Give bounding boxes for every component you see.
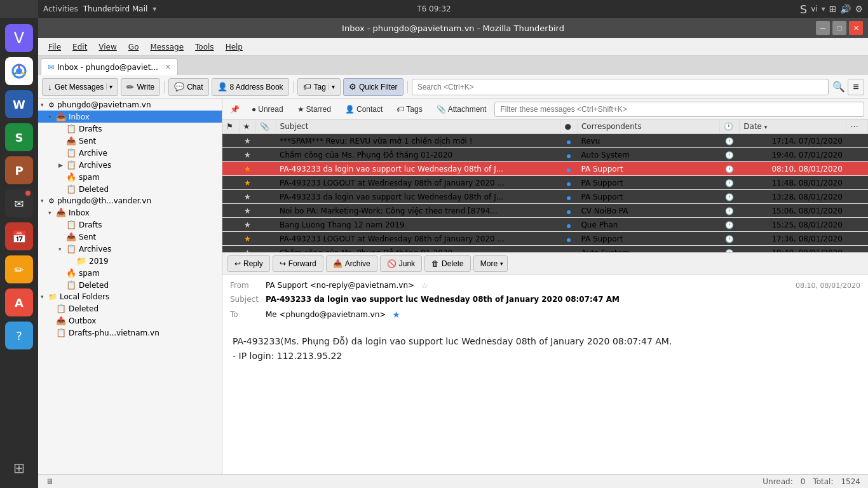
- archive-icon: 📋: [66, 148, 76, 158]
- folder-archive[interactable]: 📋 Archive: [38, 147, 222, 159]
- table-row[interactable]: ★ PA-493233 LOGOUT at Wednesday 08th of …: [222, 176, 868, 190]
- folder-inbox[interactable]: ▾ 📥 Inbox: [38, 111, 222, 123]
- col-read-header[interactable]: ●: [560, 119, 577, 134]
- folder-local-folders[interactable]: ▾ 📁 Local Folders: [38, 291, 222, 302]
- table-row[interactable]: ★ Noi bo PA: Marketing-Work: Công việc t…: [222, 204, 868, 218]
- col-flag-header[interactable]: ⚑: [222, 119, 239, 134]
- folder-drafts-local[interactable]: 📋 Drafts-phu...vietnam.vn: [38, 327, 222, 339]
- folder-deleted1[interactable]: 📋 Deleted: [38, 183, 222, 195]
- junk-button[interactable]: 🚫 Junk: [380, 255, 422, 272]
- col-date-header[interactable]: Date ▾: [740, 119, 846, 134]
- chat-button[interactable]: 💬 Chat: [168, 78, 208, 96]
- attachment-filter-button[interactable]: 📎 Attachment: [431, 102, 492, 117]
- close-button[interactable]: ✕: [849, 21, 863, 35]
- row-star[interactable]: ★: [239, 232, 256, 246]
- maximize-button[interactable]: □: [832, 21, 846, 35]
- to-star[interactable]: ★: [392, 307, 400, 323]
- draw-icon[interactable]: ✏: [5, 255, 33, 283]
- row-star[interactable]: ★: [239, 148, 256, 162]
- folder-drafts[interactable]: 📋 Drafts: [38, 123, 222, 135]
- folder-archives2[interactable]: ▾ 📋 Archives: [38, 243, 222, 255]
- folder-outbox[interactable]: 📤 Outbox: [38, 315, 222, 327]
- row-star[interactable]: ★: [239, 176, 256, 190]
- menu-edit[interactable]: Edit: [67, 41, 92, 53]
- col-attach-header[interactable]: 📎: [256, 119, 276, 134]
- menu-message[interactable]: Message: [145, 41, 189, 53]
- tag-button[interactable]: 🏷 Tag ▾: [297, 78, 341, 96]
- forward-button[interactable]: ↪ Forward: [273, 255, 323, 272]
- chrome-icon[interactable]: [5, 57, 33, 85]
- get-messages-arrow[interactable]: ▾: [106, 83, 112, 90]
- folder-2019[interactable]: 📁 2019: [38, 255, 222, 267]
- row-star[interactable]: ★: [239, 204, 256, 218]
- delete-button[interactable]: 🗑 Delete: [424, 255, 471, 272]
- menu-file[interactable]: File: [43, 41, 66, 53]
- table-row[interactable]: ★ ***SPAM*** Revu: REVU vừa mở 1 chiến d…: [222, 134, 868, 148]
- row-star[interactable]: ★: [239, 190, 256, 204]
- spam2-label: spam: [79, 269, 219, 278]
- get-messages-button[interactable]: ↓ Get Messages ▾: [42, 78, 118, 96]
- row-star[interactable]: ★: [239, 162, 256, 176]
- more-button[interactable]: More ▾: [473, 255, 508, 272]
- viber-icon[interactable]: V: [5, 24, 33, 52]
- table-row[interactable]: ★ PA-493233 da login vao support luc Wed…: [222, 162, 868, 176]
- tab-inbox[interactable]: ✉ Inbox - phungdo@paviet... ✕: [41, 58, 178, 75]
- folder-deleted2[interactable]: 📋 Deleted: [38, 279, 222, 291]
- calendar-icon[interactable]: 📅: [5, 222, 33, 250]
- folder-drafts2[interactable]: 📋 Drafts: [38, 219, 222, 231]
- table-row[interactable]: ★ Chấm công của Ms. Phụng Đỗ tháng 01-20…: [222, 148, 868, 162]
- drafts-local-icon: 📋: [56, 328, 66, 337]
- menu-help[interactable]: Help: [220, 41, 248, 53]
- row-star[interactable]: ★: [239, 134, 256, 148]
- folder-spam1[interactable]: 🔥 spam: [38, 171, 222, 183]
- reply-button[interactable]: ↩ Reply: [227, 255, 270, 272]
- toolbar-menu-button[interactable]: ≡: [848, 79, 864, 95]
- starred-filter-button[interactable]: ★ Starred: [292, 102, 337, 117]
- folder-deleted-local[interactable]: 📋 Deleted: [38, 302, 222, 315]
- row-star[interactable]: ★: [239, 246, 256, 254]
- row-star[interactable]: ★: [239, 218, 256, 232]
- quick-filter-button[interactable]: ⚙ Quick Filter: [343, 78, 403, 96]
- word-icon[interactable]: W: [5, 90, 33, 118]
- menu-tools[interactable]: Tools: [190, 41, 219, 53]
- col-subject-header[interactable]: Subject: [276, 119, 560, 134]
- tags-filter-button[interactable]: 🏷 Tags: [391, 102, 428, 117]
- search-input[interactable]: [412, 79, 829, 95]
- pin-button[interactable]: 📌: [226, 102, 243, 117]
- from-star[interactable]: ☆: [421, 278, 428, 293]
- folder-item-account1[interactable]: ▾ ⚙ phungdo@pavietnam.vn: [38, 99, 222, 111]
- write-button[interactable]: ✏ Write: [121, 78, 160, 96]
- folder-inbox2[interactable]: ▾ 📥 Inbox: [38, 207, 222, 219]
- p-app-icon[interactable]: P: [5, 156, 33, 184]
- menu-go[interactable]: Go: [123, 41, 144, 53]
- col-date-icon-header[interactable]: 🕐: [719, 119, 739, 134]
- help-icon[interactable]: ?: [5, 322, 33, 349]
- folder-sent2[interactable]: 📤 Sent: [38, 231, 222, 243]
- table-row[interactable]: ★ Chấm công của Ms. Phụng Đỗ tháng 01-20…: [222, 246, 868, 254]
- folder-archives1[interactable]: ▶ 📋 Archives: [38, 159, 222, 171]
- activities-label[interactable]: Activities: [43, 4, 78, 13]
- folder-sent[interactable]: 📤 Sent: [38, 135, 222, 147]
- tag-arrow[interactable]: ▾: [329, 83, 335, 90]
- folder-spam2[interactable]: 🔥 spam: [38, 267, 222, 279]
- grid-icon[interactable]: ⊞: [5, 454, 33, 482]
- spam2-icon: 🔥: [66, 268, 76, 278]
- col-correspondents-header[interactable]: Correspondents: [577, 119, 719, 134]
- col-star-header[interactable]: ★: [239, 119, 256, 134]
- table-row[interactable]: ★ PA-493233 LOGOUT at Wednesday 08th of …: [222, 232, 868, 246]
- archive-button[interactable]: 📥 Archive: [326, 255, 377, 272]
- row-read: ●: [560, 162, 577, 176]
- contact-filter-button[interactable]: 👤 Contact: [339, 102, 388, 117]
- a-app-icon[interactable]: A: [5, 288, 33, 316]
- sheets-icon[interactable]: S: [5, 123, 33, 151]
- address-book-button[interactable]: 👤 8 Address Book: [212, 78, 289, 96]
- filter-search-input[interactable]: [494, 102, 864, 117]
- search-icon[interactable]: 🔍: [832, 81, 845, 93]
- unread-filter-button[interactable]: ● Unread: [246, 102, 289, 117]
- table-row[interactable]: ★ Bang Luong Thang 12 nam 2019 ● Que Pha…: [222, 218, 868, 232]
- table-row[interactable]: ★ PA-493233 da login vao support luc Wed…: [222, 190, 868, 204]
- minimize-button[interactable]: ─: [816, 21, 830, 35]
- folder-item-account2[interactable]: ▾ ⚙ phungdo@th...vander.vn: [38, 195, 222, 207]
- menu-view[interactable]: View: [93, 41, 121, 53]
- tab-close-icon[interactable]: ✕: [165, 63, 171, 71]
